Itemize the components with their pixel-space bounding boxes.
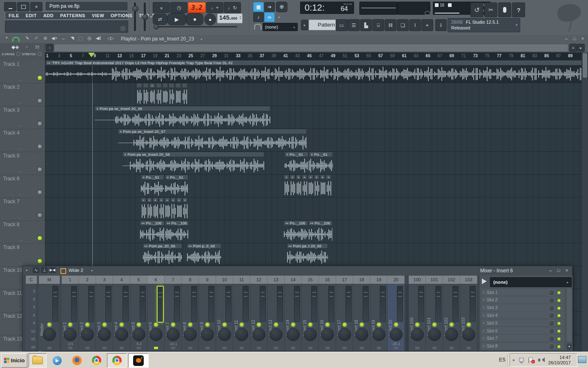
mixer-strip-header[interactable]: 15 bbox=[302, 276, 319, 284]
mixer-strip-header[interactable]: 11 bbox=[233, 276, 250, 284]
tray-date[interactable]: 26/10/2017 bbox=[548, 360, 571, 366]
mixer-strip-header[interactable]: 4 bbox=[113, 276, 130, 284]
slot-mix-knob[interactable] bbox=[548, 320, 555, 326]
playlist-clip[interactable]: ×Po.._61 bbox=[165, 175, 188, 197]
playlist-clip[interactable]: × bbox=[136, 83, 188, 106]
volume-icon[interactable] bbox=[538, 357, 544, 363]
mixer-mute-led[interactable] bbox=[359, 322, 365, 328]
mixer-fader[interactable] bbox=[397, 286, 403, 322]
volume-knob-button[interactable]: ♼ bbox=[276, 2, 287, 12]
mixer-mini-fader[interactable] bbox=[120, 347, 124, 349]
tempo-spinner[interactable]: ▴▾ bbox=[240, 16, 241, 20]
shuffle-slider[interactable] bbox=[154, 26, 237, 27]
clip-header[interactable]: ↦Po.._106 bbox=[309, 220, 332, 226]
mixer-mini-fader[interactable] bbox=[205, 347, 209, 349]
slot-enable-led[interactable] bbox=[557, 321, 561, 325]
fader-handle[interactable] bbox=[192, 292, 196, 293]
playlist-clip[interactable]: ↦Pom pa..t 20_66 bbox=[287, 243, 328, 266]
mixer-mini-fader[interactable] bbox=[415, 347, 419, 349]
slot-mix-knob[interactable] bbox=[548, 343, 555, 350]
fader-handle[interactable] bbox=[53, 292, 57, 293]
mixer-mini-fader[interactable] bbox=[171, 347, 175, 349]
taskbar-chrome2-button[interactable] bbox=[107, 353, 127, 368]
mixer-mini-fader[interactable] bbox=[467, 347, 471, 349]
mini-clip-header[interactable] bbox=[175, 83, 181, 88]
track-header[interactable]: Track 3... bbox=[0, 106, 45, 129]
mini-clip-header[interactable]: × bbox=[302, 175, 307, 180]
fx-scrollbar[interactable] bbox=[567, 288, 572, 341]
mixer-mini-fader[interactable] bbox=[257, 347, 261, 349]
mixer-strip[interactable]: Insert 18 bbox=[353, 284, 370, 351]
playlist-clip[interactable]: ↦Po.._106 bbox=[140, 220, 165, 243]
fader-handle[interactable] bbox=[72, 292, 76, 293]
mixer-pan-knob[interactable] bbox=[201, 328, 214, 341]
playlist-clip[interactable]: ↦Po.._106 bbox=[165, 220, 189, 243]
track-led[interactable] bbox=[37, 121, 42, 126]
mixer-pan-knob[interactable] bbox=[184, 328, 197, 341]
mixer-mini-fader[interactable] bbox=[377, 347, 381, 349]
mixer-strip-header[interactable]: 100 bbox=[409, 276, 426, 284]
playlist-view-button[interactable]: ▭ bbox=[336, 19, 347, 31]
fader-handle[interactable] bbox=[398, 292, 402, 293]
mixer-pan-knob[interactable] bbox=[304, 328, 317, 341]
fader-handle[interactable] bbox=[295, 292, 299, 293]
clip-header[interactable]: ×Pom pa ve_Insert 20_49 bbox=[95, 106, 270, 111]
mixer-mini-fader[interactable] bbox=[223, 347, 227, 349]
mixer-maximize-button[interactable]: □ bbox=[555, 268, 562, 273]
clip-header[interactable]: ×Po.._61 bbox=[165, 175, 188, 180]
mixer-strip[interactable]: Insert 100 bbox=[409, 284, 426, 351]
metronome-button[interactable]: ◷ bbox=[170, 2, 187, 13]
fx-slot[interactable]: ▸Slot 1 bbox=[481, 289, 564, 296]
mini-clip-header[interactable]: × bbox=[183, 197, 188, 202]
mixer-strip[interactable]: Insert 13 bbox=[267, 284, 285, 351]
more-chevron-icon[interactable]: ▾ bbox=[278, 16, 280, 19]
mixer-mute-led[interactable] bbox=[67, 322, 73, 328]
slot-mix-knob[interactable] bbox=[548, 305, 555, 311]
mixer-pan-knob[interactable] bbox=[287, 328, 300, 341]
track-header[interactable]: Track 7... bbox=[0, 197, 45, 221]
mixer-pan-knob[interactable] bbox=[64, 328, 77, 341]
mixer-fader[interactable] bbox=[311, 286, 317, 322]
mixer-view-color-icon[interactable] bbox=[60, 268, 66, 274]
mixer-strip-header[interactable]: M bbox=[39, 276, 60, 284]
mixer-fader[interactable] bbox=[191, 286, 197, 322]
fader-handle[interactable] bbox=[278, 292, 282, 293]
pattern-mode-icon[interactable]: ▤ bbox=[35, 44, 39, 49]
time-display[interactable]: 0:12: 64 M:S:CS bbox=[300, 2, 354, 14]
fader-handle[interactable] bbox=[227, 292, 230, 293]
mixer-strip[interactable]: Insert 14 bbox=[285, 284, 302, 351]
mixer-fader[interactable] bbox=[380, 286, 386, 322]
mixer-mini-fader[interactable] bbox=[394, 347, 398, 349]
browser-view-button[interactable]: ⌸ bbox=[372, 19, 384, 31]
automation-mode-icon[interactable]: ⌁ bbox=[25, 44, 28, 49]
mixer-fader[interactable] bbox=[260, 286, 266, 322]
track-header[interactable]: Track 1... bbox=[0, 60, 45, 83]
track-options[interactable]: ... bbox=[19, 283, 22, 287]
clip-header[interactable]: ×Po.._61 bbox=[285, 152, 308, 157]
action-center-icon[interactable]: × bbox=[528, 357, 535, 363]
mixer-mute-led[interactable] bbox=[342, 322, 347, 328]
mini-clip-header[interactable] bbox=[156, 83, 162, 88]
mixer-titlebar[interactable]: ▸ ∿ ⊥ ▶◀ Wide 2 ▸ Mixer - Insert 6 – □ × bbox=[23, 266, 572, 276]
slice-tool-icon[interactable]: ◥ bbox=[69, 36, 76, 41]
mixer-strip-header[interactable]: 2 bbox=[79, 276, 96, 284]
mixer-pan-knob[interactable] bbox=[98, 328, 111, 341]
mixer-fader[interactable] bbox=[418, 286, 424, 322]
mixer-detach-icon[interactable]: ∿ bbox=[33, 267, 40, 273]
slot-mix-knob[interactable] bbox=[548, 289, 555, 296]
mixer-strip[interactable]: Insert 20-26.2 bbox=[388, 284, 405, 351]
mixer-mini-fader[interactable] bbox=[154, 347, 158, 349]
mixer-preset-arrow-icon[interactable]: ▸ bbox=[91, 269, 93, 272]
mixer-pan-knob[interactable] bbox=[445, 328, 458, 341]
slot-enable-led[interactable] bbox=[557, 291, 561, 295]
mini-clip-header[interactable]: × bbox=[308, 175, 313, 180]
mixer-fader[interactable] bbox=[140, 286, 146, 322]
master-volume-handle[interactable] bbox=[132, 6, 138, 12]
slip-tool-icon[interactable]: ↔ bbox=[60, 36, 67, 40]
mixer-mute-led[interactable] bbox=[153, 322, 159, 328]
playlist-close-button[interactable]: × bbox=[579, 36, 586, 41]
mixer-mute-led[interactable] bbox=[256, 322, 262, 328]
playlist-clip[interactable]: ×Po.._61 bbox=[285, 152, 308, 175]
mixer-strip[interactable]: Insert 9 bbox=[199, 284, 216, 351]
fader-handle[interactable] bbox=[419, 292, 423, 293]
